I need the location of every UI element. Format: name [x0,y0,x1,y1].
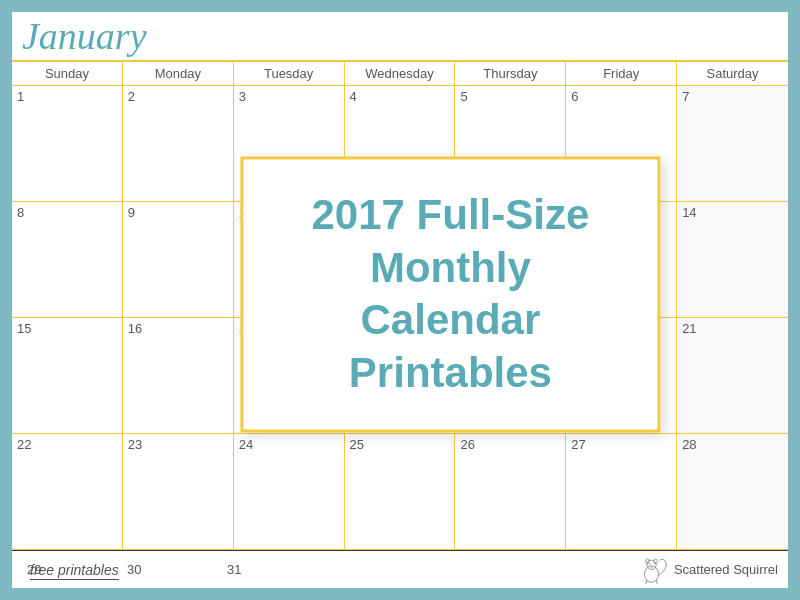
cell-4-7: 28 [677,434,788,549]
cell-4-4: 25 [345,434,456,549]
cell-1-2: 2 [123,86,234,201]
cell-5-2: 30 [122,560,222,579]
cell-4-3: 24 [234,434,345,549]
calendar-header: January [12,12,788,60]
svg-point-0 [644,566,658,582]
calendar-inner: January Sunday Monday Tuesday Wednesday … [10,10,790,590]
day-friday: Friday [566,62,677,85]
days-header: Sunday Monday Tuesday Wednesday Thursday… [12,60,788,86]
cell-4-1: 22 [12,434,123,549]
free-printables-label: free printables [30,562,119,580]
cell-1-7: 7 [677,86,788,201]
cell-5-3: 31 [222,560,322,579]
cell-4-6: 27 [566,434,677,549]
cell-3-7: 21 [677,318,788,433]
svg-point-4 [649,564,650,565]
promo-title: 2017 Full-Size Monthly Calendar Printabl… [283,189,617,399]
cell-1-1: 1 [12,86,123,201]
month-title: January [22,16,778,58]
cell-5-4 [322,560,412,579]
brand-name: Scattered Squirrel [674,562,778,577]
brand-area: Scattered Squirrel [634,552,778,587]
day-sunday: Sunday [12,62,123,85]
day-monday: Monday [123,62,234,85]
svg-line-6 [646,580,647,584]
day-saturday: Saturday [677,62,788,85]
day-wednesday: Wednesday [345,62,456,85]
svg-line-7 [656,580,657,584]
cell-3-2: 16 [123,318,234,433]
calendar-wrapper: January Sunday Monday Tuesday Wednesday … [0,0,800,600]
footer-area: 29 30 31 [12,550,788,588]
cell-2-2: 9 [123,202,234,317]
svg-point-5 [651,567,653,568]
promo-card: 2017 Full-Size Monthly Calendar Printabl… [240,156,660,432]
cell-2-1: 8 [12,202,123,317]
day-thursday: Thursday [455,62,566,85]
cell-2-7: 14 [677,202,788,317]
day-tuesday: Tuesday [234,62,345,85]
cell-4-2: 23 [123,434,234,549]
squirrel-icon [634,552,669,587]
cell-4-5: 26 [455,434,566,549]
cell-3-1: 15 [12,318,123,433]
calendar-row-4: 22 23 24 25 26 27 28 [12,434,788,550]
